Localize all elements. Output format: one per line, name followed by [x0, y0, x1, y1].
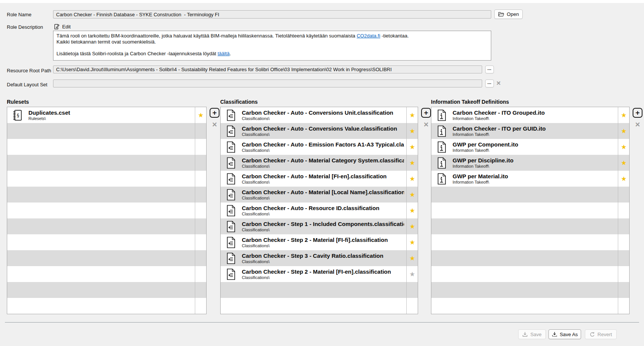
favorite-star-icon[interactable]: ★: [195, 107, 206, 123]
item-path: Classifications\: [242, 164, 404, 169]
resource-root-path-value: C:\Users\David.Jirout\Illuminum\Assignme…: [56, 67, 392, 72]
favorite-star-icon[interactable]: ★: [407, 139, 418, 155]
browse-default-layout-button[interactable]: ▪▪▪: [485, 79, 494, 87]
item-path: Classifications\: [242, 243, 404, 248]
co2data-link[interactable]: CO2data.fi: [357, 33, 380, 39]
list-item[interactable]: Carbon Checker - Step 3 - Cavity Ratio.c…: [221, 250, 418, 266]
add-ito-button[interactable]: +: [633, 108, 642, 118]
description-blank-line: [56, 45, 488, 51]
classification-icon: [226, 189, 236, 201]
list-item[interactable]: Carbon Checker - Step 2 - Material [FI-e…: [221, 266, 418, 282]
revert-icon: [589, 332, 595, 337]
item-title: Carbon Checker - Auto - Material [FI-en]…: [242, 173, 404, 180]
classification-icon: [226, 204, 236, 217]
role-name-value: Carbon Checker - Finnish Database - SYKE…: [56, 12, 219, 17]
default-layout-set-input[interactable]: [53, 79, 482, 87]
item-path: Information Takeoff\: [453, 180, 616, 185]
remove-ruleset-button[interactable]: ✕: [210, 120, 219, 129]
save-as-icon: [552, 332, 557, 337]
remove-icon: ✕: [212, 121, 217, 128]
revert-button[interactable]: Revert: [585, 329, 617, 339]
list-item[interactable]: Carbon Checker - Auto - Material [Local …: [221, 187, 418, 203]
plus-icon: +: [212, 109, 216, 116]
classification-icon: [226, 236, 236, 249]
item-path: Information Takeoff\: [453, 148, 616, 153]
item-title: Duplicates.cset: [28, 109, 193, 116]
list-item[interactable]: Carbon Checker - Step 2 - Material [FI-f…: [221, 234, 418, 250]
add-classification-button[interactable]: +: [421, 108, 431, 118]
list-item[interactable]: Carbon Checker - Auto - Conversions Valu…: [221, 123, 418, 139]
remove-ito-button[interactable]: ✕: [633, 120, 642, 129]
list-item[interactable]: Carbon Checker - ITO Grouped.ito Informa…: [431, 107, 629, 123]
list-item[interactable]: Carbon Checker - Step 1 - Included Compo…: [221, 218, 418, 234]
favorite-star-icon[interactable]: ★: [407, 234, 418, 250]
list-item[interactable]: Carbon Checker - ITO per GUID.ito Inform…: [431, 123, 629, 139]
list-item[interactable]: § Duplicates.cset Rulesets\ ★: [7, 107, 206, 123]
ruleset-icon: §: [12, 109, 23, 122]
classification-icon: [226, 268, 236, 281]
item-title: Carbon Checker - Auto - Material Categor…: [242, 157, 404, 164]
ito-icon: [436, 141, 447, 153]
item-title: Carbon Checker - Step 1 - Included Compo…: [242, 221, 404, 228]
list-item[interactable]: Carbon Checker - Auto - Conversions Unit…: [221, 107, 418, 123]
item-title: Carbon Checker - Step 2 - Material [FI-f…: [242, 237, 404, 243]
favorite-star-icon[interactable]: ★: [407, 203, 418, 218]
resource-root-path-input[interactable]: C:\Users\David.Jirout\Illuminum\Assignme…: [53, 65, 482, 73]
list-item[interactable]: Carbon Checker - Auto - Emission Factors…: [221, 139, 418, 155]
favorite-star-icon[interactable]: ★: [407, 250, 418, 266]
folder-open-icon: [498, 12, 504, 17]
more-info-link[interactable]: täältä: [218, 51, 230, 56]
classification-icon: [226, 220, 236, 233]
favorite-star-icon[interactable]: ★: [407, 123, 418, 139]
favorite-star-icon[interactable]: ★: [618, 123, 629, 139]
classifications-list: Carbon Checker - Auto - Conversions Unit…: [220, 107, 418, 314]
item-path: Classifications\: [242, 148, 404, 153]
save-button[interactable]: Save: [518, 329, 546, 339]
favorite-star-icon[interactable]: ★: [618, 139, 629, 155]
save-icon: [522, 332, 528, 337]
favorite-star-icon[interactable]: ★: [407, 107, 418, 123]
item-path: Information Takeoff\: [453, 132, 616, 137]
ito-icon: [436, 109, 447, 122]
role-name-label: Role Name: [7, 12, 31, 17]
classification-icon: [226, 252, 236, 265]
item-title: Carbon Checker - Step 2 - Material [FI-e…: [242, 268, 404, 275]
favorite-star-icon[interactable]: ★: [618, 155, 629, 171]
favorite-star-icon[interactable]: ★: [407, 218, 418, 234]
ellipsis-icon: ▪▪▪: [487, 68, 491, 71]
list-item[interactable]: GWP per Material.ito Information Takeoff…: [431, 171, 629, 187]
classification-icon: [226, 173, 236, 185]
save-as-button[interactable]: Save As: [548, 329, 581, 339]
favorite-star-icon[interactable]: ★: [618, 107, 629, 123]
add-ruleset-button[interactable]: +: [210, 108, 219, 118]
list-item[interactable]: Carbon Checker - Auto - Material Categor…: [221, 155, 418, 171]
clear-default-layout-button[interactable]: ✕: [496, 80, 501, 86]
ito-icon: [436, 157, 447, 169]
resource-root-path-label: Resource Root Path: [7, 68, 51, 73]
list-item[interactable]: Carbon Checker - Auto - Material [FI-en]…: [221, 171, 418, 187]
browse-resource-root-button[interactable]: ▪▪▪: [485, 65, 494, 73]
favorite-star-icon[interactable]: ★: [618, 171, 629, 187]
item-path: Classifications\: [242, 259, 404, 264]
rulesets-list: § Duplicates.cset Rulesets\ ★: [7, 107, 207, 314]
edit-description-button[interactable]: Edit: [54, 23, 71, 30]
list-item[interactable]: GWP per Discipline.ito Information Takeo…: [431, 155, 629, 171]
edit-pencil-icon: [54, 24, 60, 30]
window-top-strip: [0, 0, 644, 3]
item-title: Carbon Checker - ITO Grouped.ito: [453, 109, 616, 116]
remove-classification-button[interactable]: ✕: [421, 120, 431, 129]
open-button[interactable]: Open: [494, 9, 523, 19]
list-item[interactable]: GWP per Component.ito Information Takeof…: [431, 139, 629, 155]
plus-icon: +: [424, 109, 428, 116]
favorite-star-icon[interactable]: ★: [407, 171, 418, 187]
favorite-star-icon[interactable]: ★: [407, 266, 418, 282]
role-description-text[interactable]: Tämä rooli on tarkoitettu BIM-koordinaat…: [53, 31, 491, 61]
item-title: Carbon Checker - Auto - Emission Factors…: [242, 141, 404, 148]
favorite-star-icon[interactable]: ★: [407, 187, 418, 203]
clear-icon: ✕: [496, 80, 501, 86]
role-name-input[interactable]: Carbon Checker - Finnish Database - SYKE…: [53, 10, 491, 19]
item-path: Classifications\: [242, 275, 404, 280]
list-item[interactable]: Carbon Checker - Auto - Resource ID.clas…: [221, 203, 418, 218]
favorite-star-icon[interactable]: ★: [407, 155, 418, 171]
item-path: Information Takeoff\: [453, 116, 616, 121]
